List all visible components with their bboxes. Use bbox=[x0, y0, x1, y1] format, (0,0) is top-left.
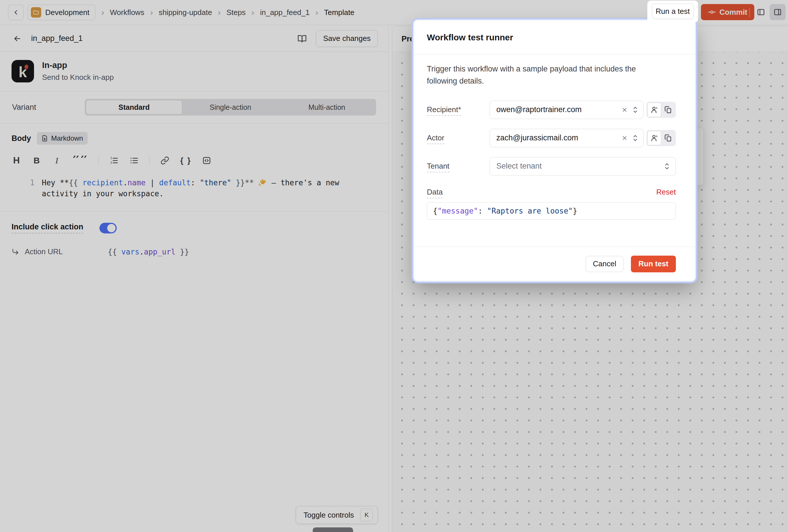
clear-actor-button[interactable] bbox=[622, 135, 628, 141]
data-header-row: Data Reset bbox=[427, 188, 676, 197]
actor-user-picker-button[interactable] bbox=[647, 131, 661, 145]
actor-actions bbox=[647, 130, 676, 146]
chevron-up-down-icon bbox=[632, 134, 639, 142]
user-icon bbox=[650, 106, 658, 114]
actor-label: Actor bbox=[427, 134, 490, 142]
reset-data-button[interactable]: Reset bbox=[656, 188, 676, 197]
dialog-title: Workflow test runner bbox=[427, 33, 513, 42]
copy-recipient-button[interactable] bbox=[661, 103, 675, 117]
dialog-footer: Cancel Run test bbox=[414, 247, 695, 281]
recipient-label: Recipient* bbox=[427, 105, 490, 114]
data-label: Data bbox=[427, 188, 490, 197]
recipient-user-picker-button[interactable] bbox=[647, 103, 661, 117]
copy-actor-button[interactable] bbox=[661, 131, 675, 145]
close-icon bbox=[622, 135, 628, 141]
run-test-button[interactable]: Run test bbox=[631, 256, 676, 272]
tenant-label: Tenant bbox=[427, 162, 490, 171]
dialog-description: Trigger this workflow with a sample payl… bbox=[427, 63, 652, 87]
chevron-up-down-icon bbox=[632, 106, 639, 114]
tenant-select[interactable]: Select tenant bbox=[490, 157, 676, 176]
clear-recipient-button[interactable] bbox=[622, 106, 628, 113]
dialog-header: Workflow test runner bbox=[414, 20, 695, 55]
cancel-button[interactable]: Cancel bbox=[586, 256, 624, 272]
recipient-combobox[interactable]: owen@raptortrainer.com bbox=[490, 101, 644, 119]
recipient-actions bbox=[647, 102, 676, 118]
close-icon bbox=[622, 106, 628, 113]
run-a-test-button[interactable]: Run a test bbox=[652, 3, 693, 19]
user-icon bbox=[650, 134, 658, 142]
tenant-placeholder: Select tenant bbox=[496, 162, 664, 171]
copy-icon bbox=[664, 134, 672, 142]
actor-value: zach@jurassicmail.com bbox=[496, 134, 617, 142]
data-json-input[interactable]: {"message": "Raptors are loose"} bbox=[427, 202, 676, 220]
copy-icon bbox=[664, 106, 672, 114]
workflow-test-runner-dialog: Workflow test runner Trigger this workfl… bbox=[414, 20, 695, 281]
actor-combobox[interactable]: zach@jurassicmail.com bbox=[490, 129, 644, 147]
recipient-field-row: Recipient* owen@raptortrainer.com bbox=[427, 101, 676, 119]
recipient-value: owen@raptortrainer.com bbox=[496, 105, 617, 114]
chevron-up-down-icon bbox=[664, 162, 670, 170]
actor-field-row: Actor zach@jurassicmail.com bbox=[427, 129, 676, 147]
app-root: Development Workflows shipping-update St… bbox=[0, 0, 788, 532]
tenant-field-row: Tenant Select tenant bbox=[427, 157, 676, 176]
